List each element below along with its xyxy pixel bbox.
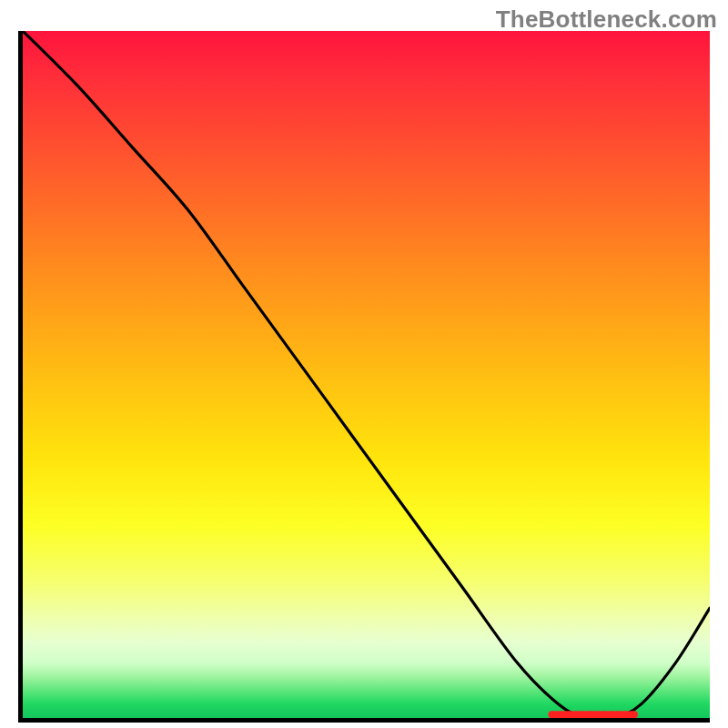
chart-frame: TheBottleneck.com [0, 0, 728, 728]
plot-area [18, 31, 710, 723]
baseline-marker-svg [23, 31, 710, 718]
watermark-text: TheBottleneck.com [496, 5, 717, 34]
